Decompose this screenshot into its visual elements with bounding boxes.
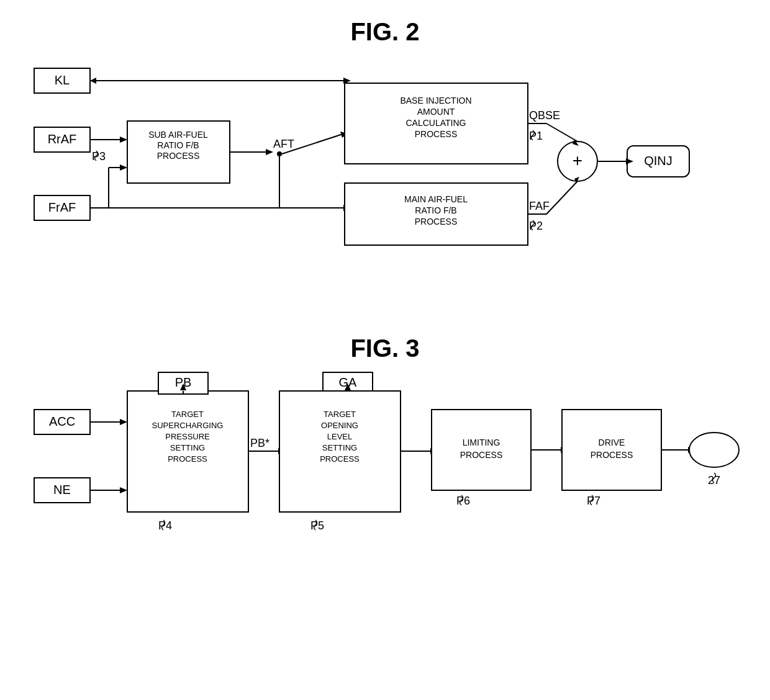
faf-to-adder xyxy=(546,181,578,214)
kl-label: KL xyxy=(55,73,70,87)
aft-junction xyxy=(277,151,282,156)
base-inj-line1: BASE INJECTION xyxy=(400,96,471,105)
drv-line1: DRIVE xyxy=(599,437,625,447)
base-inj-line3: CALCULATING xyxy=(406,118,466,128)
output-27-label: 27 xyxy=(708,474,720,487)
acc-arrow-head xyxy=(120,419,127,425)
output-terminal xyxy=(689,433,739,467)
qinj-label: QINJ xyxy=(644,154,673,168)
ts-line5: PROCESS xyxy=(168,454,207,464)
rraf-label: RrAF xyxy=(48,132,77,146)
ne-arrow-head xyxy=(120,487,127,493)
qbse-to-adder xyxy=(546,123,578,141)
ts-line3: PRESSURE xyxy=(165,432,210,441)
base-inj-line4: PROCESS xyxy=(415,129,457,139)
aft-label: AFT xyxy=(273,138,294,150)
lim-line2: PROCESS xyxy=(460,450,502,460)
sub-output-head xyxy=(266,149,273,155)
fraf-to-sub-head xyxy=(120,164,127,171)
main-af-line1: MAIN AIR-FUEL xyxy=(404,194,468,204)
p6-label: P6 xyxy=(456,495,470,507)
fig3-title: FIG. 3 xyxy=(350,334,419,362)
p1-label: P1 xyxy=(529,130,543,142)
sub-airfuel-line1: SUB AIR-FUEL xyxy=(148,130,208,140)
ts-line4: SETTING xyxy=(170,443,205,452)
plus-sign: + xyxy=(573,151,582,170)
p5-label: P5 xyxy=(310,519,324,532)
acc-label: ACC xyxy=(49,415,75,428)
main-af-line2: RATIO F/B xyxy=(415,205,456,215)
qbse-label: QBSE xyxy=(529,109,560,122)
to-line2: OPENING xyxy=(321,421,358,430)
base-inj-line2: AMOUNT xyxy=(417,107,455,117)
rraf-arrow-head xyxy=(120,137,127,143)
p7-label: P7 xyxy=(587,495,600,507)
to-line1: TARGET xyxy=(324,410,356,419)
p3-label: P3 xyxy=(92,150,106,163)
pb-star-label: PB* xyxy=(250,437,270,449)
faf-label: FAF xyxy=(529,200,550,212)
main-af-line3: PROCESS xyxy=(415,217,457,227)
to-line3: LEVEL xyxy=(327,432,352,441)
p2-label: P2 xyxy=(529,220,543,232)
drv-line2: PROCESS xyxy=(591,450,633,460)
sub-airfuel-line3: PROCESS xyxy=(157,151,199,161)
to-line5: PROCESS xyxy=(320,454,360,464)
sub-airfuel-line2: RATIO F/B xyxy=(157,140,199,150)
ne-label: NE xyxy=(53,483,71,496)
fig2-title: FIG. 2 xyxy=(350,18,419,45)
ts-line1: TARGET xyxy=(171,410,204,419)
lim-line1: LIMITING xyxy=(463,437,500,447)
fraf-label: FrAF xyxy=(48,200,76,214)
to-line4: SETTING xyxy=(322,443,357,452)
page: FIG. 2 KL RrAF P3 FrAF xyxy=(0,0,770,700)
ts-line2: SUPERCHARGING xyxy=(152,421,224,430)
p4-label: P4 xyxy=(158,519,172,532)
